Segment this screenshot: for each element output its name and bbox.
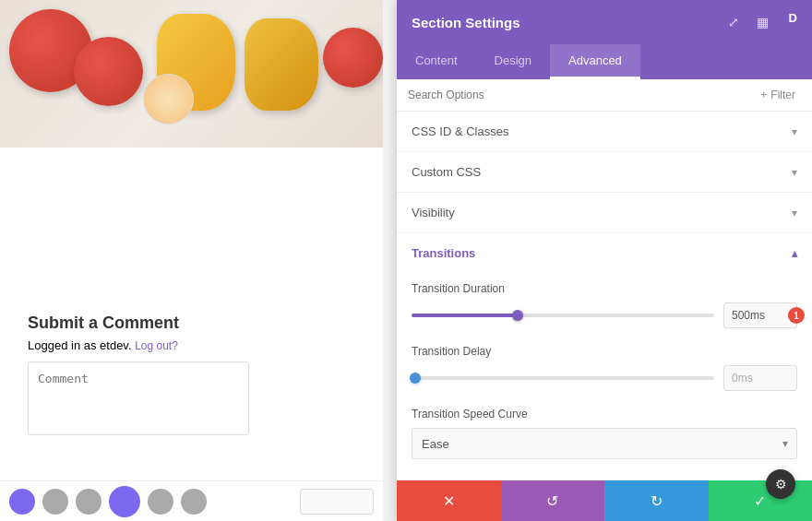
submit-comment-title: Submit a Comment <box>28 314 355 333</box>
duration-label: Transition Duration <box>412 282 797 295</box>
settings-panel: Section Settings ⤢ ▦ D Content Design Ad… <box>397 0 812 521</box>
columns-icon[interactable]: ▦ <box>752 11 774 33</box>
tab-advanced[interactable]: Advanced <box>550 44 640 79</box>
delay-slider-row <box>412 365 797 391</box>
bottom-input[interactable] <box>300 489 374 515</box>
duration-input[interactable] <box>723 302 797 328</box>
panel-header: Section Settings ⤢ ▦ D <box>397 0 812 44</box>
accordion-visibility-label: Visibility <box>412 206 455 219</box>
chevron-down-icon: ▾ <box>792 125 797 138</box>
bottom-dot-3[interactable] <box>76 489 102 515</box>
delay-slider[interactable] <box>412 376 714 380</box>
tab-content[interactable]: Content <box>397 44 476 79</box>
duration-badge: 1 <box>788 307 805 324</box>
transitions-header[interactable]: Transitions ▴ <box>397 233 812 273</box>
header-icons: ⤢ ▦ D <box>722 11 797 33</box>
chevron-up-icon: ▴ <box>792 247 797 260</box>
duration-slider[interactable] <box>412 314 714 317</box>
user-initial: D <box>789 11 797 33</box>
cancel-icon: ✕ <box>443 492 455 510</box>
preview-content: Submit a Comment Logged in as etdev. Log… <box>0 148 383 454</box>
search-bar: + Filter <box>397 79 812 112</box>
redo-button[interactable]: ↻ <box>604 480 709 521</box>
filter-button[interactable]: + Filter <box>755 87 801 103</box>
accordion-visibility: Visibility ▾ <box>397 193 812 233</box>
logout-link[interactable]: Log out? <box>135 339 178 352</box>
accordion-css-header[interactable]: CSS ID & Classes ▾ <box>397 112 812 151</box>
reset-button[interactable]: ↺ <box>501 480 605 521</box>
delay-field: Transition Delay <box>412 345 797 391</box>
delay-label: Transition Delay <box>412 345 797 358</box>
accordion-custom-css-label: Custom CSS <box>412 165 481 179</box>
filter-plus-icon: + <box>760 89 767 101</box>
bottom-dot-2[interactable] <box>42 489 68 515</box>
duration-slider-row: 1 <box>412 302 797 328</box>
duration-field: Transition Duration 1 <box>412 282 797 328</box>
logged-in-text: Logged in as etdev. Log out? <box>28 338 355 352</box>
bottom-dot-5[interactable] <box>148 489 173 515</box>
accordion-css: CSS ID & Classes ▾ <box>397 112 812 152</box>
reset-icon: ↺ <box>546 492 558 510</box>
fullscreen-icon[interactable]: ⤢ <box>722 11 745 33</box>
speed-select[interactable]: Ease Linear Ease In Ease Out Ease In Out <box>412 428 797 459</box>
bottom-dot-6[interactable] <box>181 489 207 515</box>
bottom-dot-1[interactable] <box>9 489 35 515</box>
bottom-toolbar <box>0 480 383 521</box>
bottom-dot-4[interactable] <box>109 486 140 517</box>
speed-field: Transition Speed Curve Ease Linear Ease … <box>412 408 797 459</box>
speed-select-wrapper: Ease Linear Ease In Ease Out Ease In Out… <box>412 428 797 459</box>
accordion-visibility-header[interactable]: Visibility ▾ <box>397 193 812 232</box>
search-input[interactable] <box>408 89 755 101</box>
site-preview: Submit a Comment Logged in as etdev. Log… <box>0 0 383 521</box>
speed-label: Transition Speed Curve <box>412 408 797 420</box>
transitions-label: Transitions <box>412 246 475 260</box>
action-bar: ✕ ↺ ↻ ✓ <box>397 480 812 521</box>
transitions-body: Transition Duration 1 Transit <box>397 273 812 480</box>
save-icon: ✓ <box>754 492 766 510</box>
chevron-down-icon-3: ▾ <box>792 207 797 219</box>
cancel-button[interactable]: ✕ <box>397 480 501 521</box>
comment-textarea[interactable] <box>28 361 249 435</box>
redo-icon: ↻ <box>651 492 663 510</box>
delay-input[interactable] <box>723 365 797 391</box>
accordion-transitions: Transitions ▴ Transition Duration 1 <box>397 233 812 480</box>
floating-settings-button[interactable]: ⚙ <box>766 469 795 499</box>
accordion-custom-css-header[interactable]: Custom CSS ▾ <box>397 152 812 192</box>
tab-design[interactable]: Design <box>476 44 550 79</box>
panel-body: CSS ID & Classes ▾ Custom CSS ▾ Visibili… <box>397 112 812 480</box>
accordion-custom-css: Custom CSS ▾ <box>397 152 812 193</box>
filter-label: Filter <box>770 89 795 101</box>
save-button[interactable]: ✓ <box>709 480 813 521</box>
panel-title: Section Settings <box>412 15 520 30</box>
duration-input-wrapper: 1 <box>723 302 797 328</box>
accordion-css-label: CSS ID & Classes <box>412 124 508 138</box>
chevron-down-icon-2: ▾ <box>792 166 797 179</box>
preview-image <box>0 0 383 148</box>
tab-bar: Content Design Advanced <box>397 44 812 79</box>
